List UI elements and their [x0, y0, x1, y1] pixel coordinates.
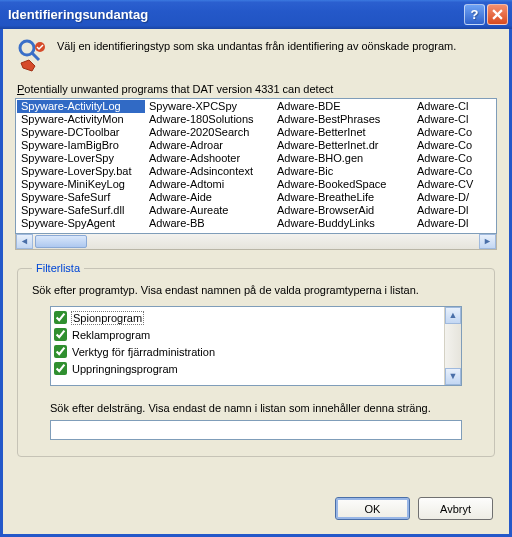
filter-substring-input[interactable]	[50, 420, 462, 440]
list-item[interactable]: Spyware-IamBigBro	[17, 139, 145, 152]
list-item[interactable]: Adware-BB	[145, 217, 273, 230]
filter-group: Filterlista Sök efter programtyp. Visa e…	[17, 262, 495, 457]
svg-point-0	[20, 41, 34, 55]
filter-type-checkbox[interactable]	[54, 345, 67, 358]
filter-type-item[interactable]: Verktyg för fjärradministration	[54, 343, 441, 360]
list-item[interactable]: Adware-2020Search	[145, 126, 273, 139]
list-item[interactable]: Spyware-LoverSpy.bat	[17, 165, 145, 178]
scroll-track-v[interactable]	[445, 324, 461, 368]
program-list-column: Spyware-XPCSpyAdware-180SolutionsAdware-…	[145, 100, 273, 233]
filter-type-desc: Sök efter programtyp. Visa endast namnen…	[32, 284, 480, 296]
close-button[interactable]	[487, 4, 508, 25]
list-item[interactable]: Spyware-ActivityLog	[17, 100, 145, 113]
filter-legend: Filterlista	[32, 262, 84, 274]
cancel-button[interactable]: Avbryt	[418, 497, 493, 520]
list-item[interactable]: Adware-BreatheLife	[273, 191, 413, 204]
list-item[interactable]: Spyware-DCToolbar	[17, 126, 145, 139]
list-item[interactable]: Spyware-MiniKeyLog	[17, 178, 145, 191]
scroll-track[interactable]	[33, 234, 479, 249]
scroll-right-button[interactable]: ►	[479, 234, 496, 249]
list-item[interactable]: Adware-Aide	[145, 191, 273, 204]
list-item[interactable]: Adware-Co	[413, 152, 497, 165]
chevron-right-icon: ►	[483, 237, 492, 246]
help-icon: ?	[471, 7, 479, 22]
filter-type-item[interactable]: Uppringningsprogram	[54, 360, 441, 377]
filter-type-checkbox[interactable]	[54, 362, 67, 375]
list-item[interactable]: Adware-180Solutions	[145, 113, 273, 126]
program-list-column: Adware-BDEAdware-BestPhrasesAdware-Bette…	[273, 100, 413, 233]
list-item[interactable]: Spyware-XPCSpy	[145, 100, 273, 113]
svg-line-1	[32, 53, 39, 60]
help-button[interactable]: ?	[464, 4, 485, 25]
scroll-thumb[interactable]	[35, 235, 87, 248]
filter-type-label: Verktyg för fjärradministration	[72, 346, 215, 358]
list-item[interactable]: Adware-Adshooter	[145, 152, 273, 165]
filter-type-checkbox[interactable]	[54, 311, 67, 324]
list-item[interactable]: Spyware-SafeSurf	[17, 191, 145, 204]
list-item[interactable]: Adware-BuddyLinks	[273, 217, 413, 230]
header: Välj en identifieringstyp som ska undant…	[15, 39, 497, 73]
list-item[interactable]: Spyware-SafeSurf.dll	[17, 204, 145, 217]
list-item[interactable]: Adware-Co	[413, 126, 497, 139]
program-list-label: Potentially unwanted programs that DAT v…	[17, 83, 495, 95]
list-item[interactable]: Spyware-ActivityMon	[17, 113, 145, 126]
list-item[interactable]: Adware-BetterInet.dr	[273, 139, 413, 152]
program-list[interactable]: Spyware-ActivityLogSpyware-ActivityMonSp…	[15, 98, 497, 234]
list-item[interactable]: Spyware-LoverSpy	[17, 152, 145, 165]
exclusion-icon	[15, 39, 49, 73]
list-item[interactable]: Adware-BookedSpace	[273, 178, 413, 191]
close-icon	[492, 9, 503, 20]
list-item[interactable]: Adware-BrowserAid	[273, 204, 413, 217]
list-item[interactable]: Adware-BDE	[273, 100, 413, 113]
list-item[interactable]: Spyware-SpyAgent	[17, 217, 145, 230]
filter-type-label: Spionprogram	[72, 312, 143, 324]
filter-type-list[interactable]: SpionprogramReklamprogramVerktyg för fjä…	[50, 306, 462, 386]
list-item[interactable]: Adware-CV	[413, 178, 497, 191]
scroll-down-button[interactable]: ▼	[445, 368, 461, 385]
list-item[interactable]: Adware-D/	[413, 191, 497, 204]
list-item[interactable]: Adware-Dl	[413, 204, 497, 217]
window-title: Identifieringsundantag	[8, 7, 462, 22]
program-list-column: Spyware-ActivityLogSpyware-ActivityMonSp…	[17, 100, 145, 233]
dialog-client: Välj en identifieringstyp som ska undant…	[0, 29, 512, 537]
chevron-down-icon: ▼	[449, 372, 458, 381]
chevron-up-icon: ▲	[449, 311, 458, 320]
list-item[interactable]: Adware-Bic	[273, 165, 413, 178]
list-item[interactable]: Adware-Aureate	[145, 204, 273, 217]
list-item[interactable]: Adware-BestPhrases	[273, 113, 413, 126]
dialog-buttons: OK Avbryt	[335, 497, 493, 520]
horizontal-scrollbar[interactable]: ◄ ►	[15, 233, 497, 250]
list-item[interactable]: Adware-Adsincontext	[145, 165, 273, 178]
filter-type-item[interactable]: Spionprogram	[54, 309, 441, 326]
chevron-left-icon: ◄	[20, 237, 29, 246]
list-item[interactable]: Adware-Cl	[413, 113, 497, 126]
program-list-column: Adware-ClAdware-ClAdware-CoAdware-CoAdwa…	[413, 100, 497, 233]
ok-button[interactable]: OK	[335, 497, 410, 520]
scroll-up-button[interactable]: ▲	[445, 307, 461, 324]
list-item[interactable]: Adware-Adroar	[145, 139, 273, 152]
filter-type-label: Uppringningsprogram	[72, 363, 178, 375]
list-item[interactable]: Adware-BetterInet	[273, 126, 413, 139]
header-text: Välj en identifieringstyp som ska undant…	[57, 39, 456, 73]
filter-type-checkbox[interactable]	[54, 328, 67, 341]
list-item[interactable]: Adware-Co	[413, 139, 497, 152]
list-item[interactable]: Adware-Cl	[413, 100, 497, 113]
filter-type-item[interactable]: Reklamprogram	[54, 326, 441, 343]
vertical-scrollbar[interactable]: ▲ ▼	[444, 307, 461, 385]
list-item[interactable]: Adware-Co	[413, 165, 497, 178]
list-item[interactable]: Adware-Adtomi	[145, 178, 273, 191]
list-item[interactable]: Adware-Dl	[413, 217, 497, 230]
filter-substring-desc: Sök efter delsträng. Visa endast de namn…	[50, 402, 462, 414]
titlebar[interactable]: Identifieringsundantag ?	[0, 0, 512, 29]
scroll-left-button[interactable]: ◄	[16, 234, 33, 249]
list-item[interactable]: Adware-BHO.gen	[273, 152, 413, 165]
filter-type-label: Reklamprogram	[72, 329, 150, 341]
